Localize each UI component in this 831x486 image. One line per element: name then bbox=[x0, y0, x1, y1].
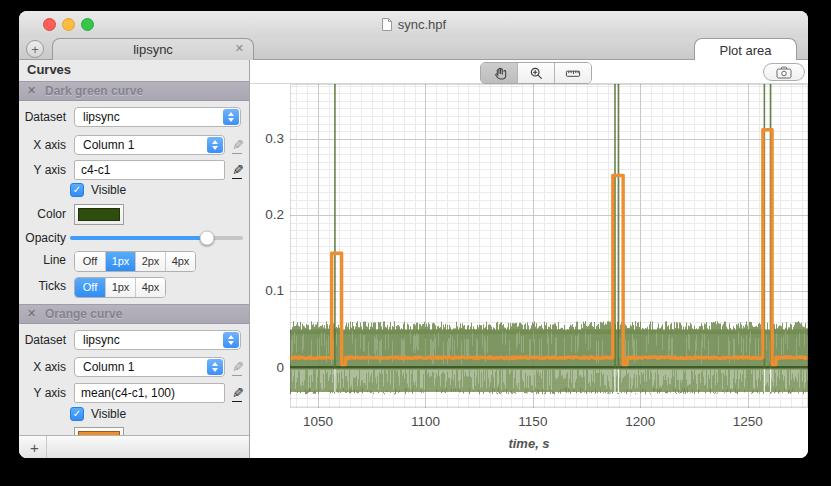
pencil-icon: ✎ bbox=[232, 385, 244, 401]
section-header-dark-green-curve[interactable]: ✕ Dark green curve bbox=[19, 81, 249, 101]
line-option[interactable]: 2px bbox=[135, 252, 165, 271]
visible-label: Visible bbox=[91, 183, 126, 197]
color-row: Color bbox=[19, 204, 249, 225]
dropdown-stepper-icon bbox=[207, 359, 223, 375]
remove-curve-icon[interactable]: ✕ bbox=[27, 84, 36, 97]
pencil-icon: ✎ bbox=[232, 137, 244, 153]
section-title: Dark green curve bbox=[45, 84, 143, 98]
ticks-option[interactable]: Off bbox=[75, 278, 105, 297]
sidebar-title: Curves bbox=[27, 62, 71, 77]
new-tab-button[interactable]: + bbox=[26, 40, 44, 58]
color-label: Color bbox=[19, 204, 66, 224]
y-axis-label: Y axis bbox=[19, 383, 66, 403]
line-option[interactable]: Off bbox=[75, 252, 105, 271]
y-tick-label: 0 bbox=[250, 360, 284, 375]
x-tick-label: 1050 bbox=[293, 414, 343, 429]
section-header-orange-curve[interactable]: ✕ Orange curve bbox=[19, 304, 249, 324]
opacity-row: Opacity bbox=[19, 230, 249, 246]
plot-canvas[interactable] bbox=[290, 84, 808, 408]
visible-label: Visible bbox=[91, 407, 126, 421]
y-axis-label: Y axis bbox=[19, 160, 66, 180]
x-tick-label: 1250 bbox=[723, 414, 773, 429]
remove-curve-icon[interactable]: ✕ bbox=[27, 307, 36, 320]
plot-tools-segmented bbox=[480, 62, 592, 84]
dropdown-stepper-icon bbox=[223, 109, 239, 125]
y-tick-label: 0.1 bbox=[250, 283, 284, 298]
slider-thumb[interactable] bbox=[199, 231, 214, 246]
edit-x-expression-button[interactable]: ✎ bbox=[229, 136, 247, 154]
tab-plot-area[interactable]: Plot area bbox=[694, 38, 797, 61]
app-window: sync.hpf + lipsync ✕ Plot area Curves ✕ … bbox=[19, 11, 808, 458]
ruler-icon bbox=[565, 66, 581, 81]
dropdown-stepper-icon bbox=[207, 137, 223, 153]
plot-panel: 00.10.20.3 10501100115012001250 time, s bbox=[250, 60, 808, 458]
visible-row: ✓ Visible bbox=[19, 183, 249, 197]
x-axis-value: Column 1 bbox=[83, 358, 134, 376]
x-axis-select[interactable]: Column 1 bbox=[74, 135, 225, 155]
dataset-label: Dataset bbox=[19, 107, 66, 127]
line-width-row: Line Off 1px 2px 4px bbox=[19, 251, 249, 270]
dataset-select[interactable]: lipsync bbox=[74, 330, 241, 350]
visible-checkbox[interactable]: ✓ bbox=[70, 407, 84, 421]
edit-y-expression-button[interactable]: ✎ bbox=[229, 161, 247, 179]
dropdown-stepper-icon bbox=[223, 332, 239, 348]
x-axis-label: X axis bbox=[19, 357, 66, 377]
snapshot-button[interactable] bbox=[763, 63, 805, 81]
x-axis-title: time, s bbox=[250, 436, 808, 451]
tab-bar: + lipsync ✕ Plot area bbox=[19, 38, 808, 60]
line-option[interactable]: 1px bbox=[105, 252, 135, 271]
y-tick-label: 0.3 bbox=[250, 131, 284, 146]
opacity-label: Opacity bbox=[19, 230, 66, 246]
ticks-segmented: Off 1px 4px bbox=[74, 277, 166, 298]
tab-title: lipsync bbox=[133, 42, 173, 57]
title-bar[interactable]: sync.hpf bbox=[19, 11, 808, 39]
dataset-value: lipsync bbox=[83, 331, 120, 349]
x-axis-select[interactable]: Column 1 bbox=[74, 357, 225, 377]
edit-x-expression-button[interactable]: ✎ bbox=[229, 358, 247, 376]
visible-row: ✓ Visible bbox=[19, 407, 249, 421]
plot-region: 00.10.20.3 10501100115012001250 time, s bbox=[250, 84, 808, 458]
color-well[interactable] bbox=[74, 204, 124, 225]
visible-checkbox[interactable]: ✓ bbox=[70, 183, 84, 197]
add-curve-button[interactable]: + bbox=[23, 436, 47, 458]
color-swatch bbox=[78, 208, 120, 221]
dataset-row: Dataset lipsync bbox=[19, 330, 249, 350]
y-expression-input[interactable]: mean(c4-c1, 100) bbox=[74, 383, 225, 403]
x-axis-row: X axis Column 1 ✎ bbox=[19, 357, 249, 377]
dataset-label: Dataset bbox=[19, 330, 66, 350]
sidebar-bottom-bar: + bbox=[19, 435, 249, 458]
ticks-option[interactable]: 4px bbox=[135, 278, 165, 297]
line-option[interactable]: 4px bbox=[165, 252, 195, 271]
tab-close-icon[interactable]: ✕ bbox=[235, 42, 244, 55]
tab-lipsync[interactable]: lipsync ✕ bbox=[52, 38, 254, 60]
zoom-tool-button[interactable] bbox=[517, 63, 554, 83]
line-label: Line bbox=[19, 251, 66, 270]
y-expression-input[interactable]: c4-c1 bbox=[74, 160, 225, 180]
x-tick-label: 1150 bbox=[508, 414, 558, 429]
x-axis-label: X axis bbox=[19, 135, 66, 155]
y-axis-row: Y axis mean(c4-c1, 100) ✎ bbox=[19, 383, 249, 403]
ticks-row: Ticks Off 1px 4px bbox=[19, 277, 249, 296]
dataset-row: Dataset lipsync bbox=[19, 107, 249, 127]
edit-y-expression-button[interactable]: ✎ bbox=[229, 384, 247, 402]
desktop: { "window": { "title": "sync.hpf" }, "ic… bbox=[0, 0, 831, 486]
window-title-group: sync.hpf bbox=[19, 11, 808, 38]
pan-tool-button[interactable] bbox=[481, 63, 517, 83]
y-tick-label: 0.2 bbox=[250, 207, 284, 222]
x-tick-label: 1100 bbox=[400, 414, 450, 429]
opacity-slider[interactable] bbox=[70, 236, 243, 240]
pencil-icon: ✎ bbox=[232, 162, 244, 178]
curves-sidebar: Curves ✕ Dark green curve Dataset lipsyn… bbox=[19, 60, 250, 458]
ticks-option[interactable]: 1px bbox=[105, 278, 135, 297]
x-tick-label: 1200 bbox=[615, 414, 665, 429]
measure-tool-button[interactable] bbox=[554, 63, 591, 83]
camera-icon bbox=[776, 66, 792, 79]
x-axis-value: Column 1 bbox=[83, 136, 134, 154]
slider-fill bbox=[70, 236, 207, 240]
window-title: sync.hpf bbox=[398, 17, 446, 32]
ticks-label: Ticks bbox=[19, 277, 66, 296]
plot-toolbar bbox=[250, 60, 808, 84]
magnifier-plus-icon bbox=[529, 66, 544, 81]
dataset-value: lipsync bbox=[83, 108, 120, 126]
dataset-select[interactable]: lipsync bbox=[74, 107, 241, 127]
